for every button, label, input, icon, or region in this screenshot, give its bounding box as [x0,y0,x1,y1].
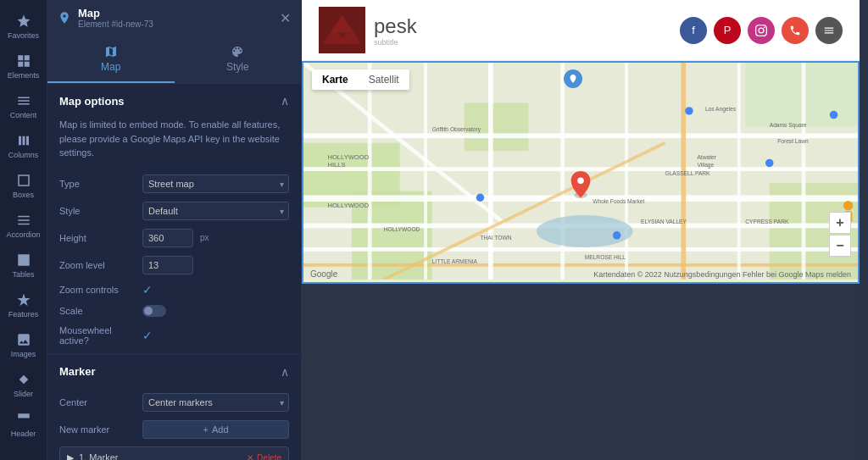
svg-rect-19 [560,63,565,280]
tab-karte[interactable]: Karte [312,69,359,90]
scale-label: Scale [59,306,136,316]
icon-sidebar: Favorites Elements Content Columns Boxes… [0,0,47,460]
sidebar-item-accordion[interactable]: Accordion [0,206,47,246]
svg-point-51 [577,178,584,185]
svg-rect-23 [802,63,806,280]
zoom-level-input[interactable] [142,256,193,274]
svg-text:ELYSIAN VALLEY: ELYSIAN VALLEY [641,219,687,224]
height-input[interactable] [142,229,193,247]
svg-rect-14 [303,247,858,252]
panel: Map Element #id-new-73 ✕ Map Style Map o… [47,0,302,460]
zoom-in-button[interactable]: + [829,212,851,234]
facebook-icon[interactable]: f [680,17,707,44]
panel-header: Map Element #id-new-73 ✕ [47,0,301,36]
map-options-header[interactable]: Map options ∧ [47,84,301,118]
zoom-controls-check[interactable]: ✓ [142,283,153,297]
brand-logo: pesk subtitle [319,7,417,53]
height-label: Height [59,233,136,243]
instagram-icon[interactable] [748,17,775,44]
marker-1-delete[interactable]: ✕ Delete [247,453,281,461]
sidebar-item-footer[interactable]: Footer [0,445,47,460]
svg-text:Los Angeles: Los Angeles [705,106,737,113]
panel-subtitle: Element #id-new-73 [78,19,153,29]
type-select[interactable]: Street map [142,175,289,193]
type-label: Type [59,179,136,189]
svg-text:LITTLE ARMENIA: LITTLE ARMENIA [432,258,478,264]
main-content: pesk subtitle f P [302,0,860,460]
svg-rect-20 [625,63,628,280]
logo-triangles-svg [323,11,361,49]
new-marker-label: New marker [59,424,136,435]
sidebar-item-tables[interactable]: Tables [0,246,47,285]
svg-rect-22 [737,63,741,280]
svg-point-26 [537,215,633,247]
zoom-controls-row: Zoom controls ✓ [47,279,301,301]
svg-text:CYPRESS PARK: CYPRESS PARK [745,219,789,224]
plus-icon: + [203,424,208,435]
svg-text:THAI TOWN: THAI TOWN [481,235,512,241]
svg-text:Griffith Observatory: Griffith Observatory [432,126,481,133]
tab-map[interactable]: Map [47,36,175,83]
svg-point-48 [765,159,773,167]
sidebar-item-elements[interactable]: Elements [0,47,47,86]
sidebar-item-boxes[interactable]: Boxes [0,166,47,206]
marker-1-header: ▶ 1. Marker ✕ Delete [60,447,288,461]
marker-1-title: ▶ 1. Marker [67,452,118,461]
mousewheel-check[interactable]: ✓ [142,329,153,342]
center-select[interactable]: Center markers [142,393,289,412]
marker-chevron: ∧ [281,365,289,379]
height-row: Height px [47,224,301,252]
sidebar-item-columns[interactable]: Columns [0,126,47,166]
pinterest-icon[interactable]: P [714,17,741,44]
x-icon: ✕ [247,453,253,461]
sidebar-item-images[interactable]: Images [0,325,47,365]
close-icon[interactable]: ✕ [280,10,291,26]
sidebar-item-content[interactable]: Content [0,86,47,126]
marker-header[interactable]: Marker ∧ [47,355,301,389]
map-attribution: Kartendaten © 2022 Nutzungsbedingungen F… [593,270,851,279]
svg-point-44 [476,193,484,201]
marker-1-item: ▶ 1. Marker ✕ Delete [59,446,289,461]
sidebar-item-header[interactable]: Header [0,405,47,445]
phone-icon[interactable] [782,17,809,44]
svg-rect-10 [303,133,858,138]
svg-text:Adams Square: Adams Square [770,122,807,129]
svg-rect-17 [424,63,427,280]
add-marker-button[interactable]: + Add [142,420,289,439]
zoom-out-button[interactable]: − [829,235,851,257]
page-preview: pesk subtitle f P [302,0,860,460]
marker-1-arrow-icon: ▶ [67,452,74,461]
tab-style[interactable]: Style [175,36,302,83]
tab-satellit[interactable]: Satellit [359,69,409,90]
map-options-title: Map options [59,95,125,108]
sidebar-item-favorites[interactable]: Favorites [0,7,47,47]
style-label: Style [59,206,136,216]
panel-header-left: Map Element #id-new-73 [58,7,153,29]
marker-title: Marker [59,365,96,378]
svg-text:Whole Foods Market: Whole Foods Market [593,198,644,204]
map-container: HOLLYWOOD HILLS HOLLYWOOD HOLLYWOOD THAI… [302,61,860,284]
svg-point-46 [685,107,693,114]
map-options-chevron: ∧ [281,94,289,108]
svg-text:MELROSE HILL: MELROSE HILL [585,254,626,260]
preview-brand-header: pesk subtitle f P [302,0,860,61]
sidebar-item-slider[interactable]: Slider [0,365,47,405]
svg-text:Forest Lawn: Forest Lawn [777,138,809,144]
map-tabs: Karte Satellit [312,69,409,90]
svg-rect-18 [488,63,493,280]
height-unit: px [200,233,209,242]
menu-icon[interactable] [815,17,843,44]
map-watermark: Google [310,269,337,279]
panel-title: Map [78,7,153,19]
style-select[interactable]: Default [142,202,289,220]
style-row: Style Default [47,197,301,224]
svg-rect-16 [368,63,372,280]
brand-tagline: subtitle [374,38,417,47]
panel-content: Map options ∧ Map is limited to embed mo… [47,84,301,460]
sidebar-item-features[interactable]: Features [0,285,47,325]
center-row: Center Center markers [47,389,301,416]
style-select-wrap: Default [142,202,289,220]
svg-text:HILLS: HILLS [327,161,345,169]
map-options-info: Map is limited to embed mode. To enable … [47,118,301,170]
scale-toggle[interactable] [142,305,166,317]
